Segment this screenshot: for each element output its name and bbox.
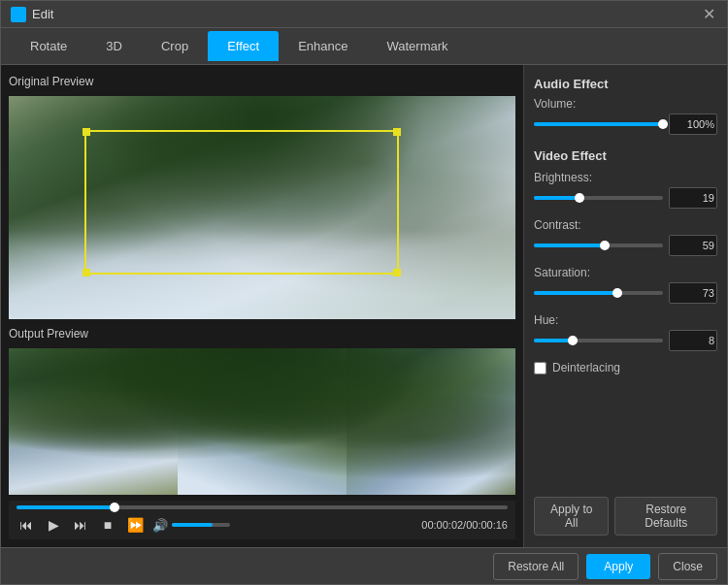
brightness-track[interactable] <box>534 196 663 200</box>
brightness-thumb[interactable] <box>575 193 584 203</box>
output-preview-label: Output Preview <box>9 325 515 342</box>
contrast-input[interactable] <box>669 235 717 256</box>
contrast-track[interactable] <box>534 244 663 247</box>
settings-panel: Audio Effect Volume: Video Effect Bright… <box>523 65 727 547</box>
restore-all-button[interactable]: Restore All <box>493 553 579 580</box>
deinterlacing-row: Deinterlacing <box>534 361 717 374</box>
contrast-fill <box>534 244 605 247</box>
content-area: Original Preview Output Preview <box>1 65 727 547</box>
seek-progress <box>17 505 115 509</box>
output-preview-video <box>9 348 515 495</box>
brightness-input[interactable] <box>669 187 717 209</box>
volume-row: Volume: <box>534 97 717 135</box>
settings-bottom-buttons: Apply to All Restore Defaults <box>534 489 717 536</box>
volume-icon: 🔊 <box>152 518 168 533</box>
saturation-label: Saturation: <box>534 266 717 279</box>
playback-bar: ⏮ ▶ ⏭ ■ ⏩ 🔊 00:00:02/00:00:16 <box>9 501 515 539</box>
handle-bottom-left[interactable] <box>83 269 90 276</box>
apply-to-all-button[interactable]: Apply to All <box>534 497 609 536</box>
hue-fill <box>534 339 573 342</box>
contrast-slider-row <box>534 235 717 256</box>
tab-watermark[interactable]: Watermark <box>367 31 467 61</box>
contrast-thumb[interactable] <box>600 241 610 250</box>
title-bar-left: Edit <box>11 7 53 22</box>
skip-back-button[interactable]: ⏮ <box>17 515 36 535</box>
close-button[interactable]: Close <box>658 553 717 580</box>
volume-fill <box>172 523 213 527</box>
audio-section-title: Audio Effect <box>534 77 717 91</box>
hue-row: Hue: <box>534 313 717 351</box>
hue-input[interactable] <box>669 330 717 351</box>
volume-track[interactable] <box>534 122 663 126</box>
crop-selection-box[interactable] <box>84 130 399 276</box>
tree-overlay-3 <box>9 348 515 495</box>
saturation-input[interactable] <box>669 282 717 304</box>
video-section-title: Video Effect <box>534 148 717 163</box>
handle-top-left[interactable] <box>83 128 90 136</box>
volume-thumb[interactable] <box>658 119 668 129</box>
hue-label: Hue: <box>534 313 717 327</box>
saturation-slider-row <box>534 282 717 304</box>
saturation-fill <box>534 291 617 295</box>
seek-thumb[interactable] <box>110 503 119 512</box>
controls-row: ⏮ ▶ ⏭ ■ ⏩ 🔊 00:00:02/00:00:16 <box>17 515 508 535</box>
brightness-row: Brightness: <box>534 171 717 209</box>
time-display: 00:00:02/00:00:16 <box>421 519 508 531</box>
window-close-button[interactable]: ✕ <box>700 6 717 23</box>
volume-label: Volume: <box>534 97 717 111</box>
original-video-frame <box>9 96 515 319</box>
tab-3d[interactable]: 3D <box>86 31 142 61</box>
title-bar: Edit ✕ <box>1 1 727 28</box>
tab-effect[interactable]: Effect <box>208 31 279 61</box>
tab-rotate[interactable]: Rotate <box>11 31 86 61</box>
brightness-fill <box>534 196 579 200</box>
play-button[interactable]: ▶ <box>44 515 63 535</box>
handle-top-right[interactable] <box>393 128 401 136</box>
apply-button[interactable]: Apply <box>586 554 650 579</box>
original-preview-video <box>9 96 515 319</box>
deinterlacing-label: Deinterlacing <box>552 361 620 374</box>
brightness-label: Brightness: <box>534 171 717 184</box>
hue-thumb[interactable] <box>568 336 578 345</box>
bottom-bar: Restore All Apply Close <box>1 547 727 584</box>
restore-defaults-button[interactable]: Restore Defaults <box>614 497 717 536</box>
preview-panel: Original Preview Output Preview <box>1 65 523 547</box>
deinterlacing-checkbox[interactable] <box>534 362 546 374</box>
tab-crop[interactable]: Crop <box>142 31 208 61</box>
volume-slider-row <box>534 114 717 135</box>
edit-window: Edit ✕ Rotate 3D Crop Effect Enhance Wat… <box>0 0 728 585</box>
volume-bar: 🔊 <box>152 518 230 533</box>
volume-fill-track <box>534 122 663 126</box>
output-video-frame <box>9 348 515 495</box>
output-col-3 <box>347 348 515 495</box>
contrast-row: Contrast: <box>534 218 717 256</box>
volume-input[interactable] <box>669 114 717 135</box>
tab-enhance[interactable]: Enhance <box>279 31 367 61</box>
hue-track[interactable] <box>534 339 663 342</box>
hue-slider-row <box>534 330 717 351</box>
original-preview-label: Original Preview <box>9 73 515 90</box>
volume-slider[interactable] <box>172 523 230 527</box>
handle-bottom-right[interactable] <box>393 269 401 276</box>
skip-forward-button[interactable]: ⏭ <box>71 515 90 535</box>
brightness-slider-row <box>534 187 717 209</box>
window-title: Edit <box>32 7 53 21</box>
saturation-track[interactable] <box>534 291 663 295</box>
saturation-thumb[interactable] <box>612 288 622 298</box>
app-icon <box>11 7 26 22</box>
tab-bar: Rotate 3D Crop Effect Enhance Watermark <box>1 28 727 65</box>
contrast-label: Contrast: <box>534 218 717 232</box>
next-frame-button[interactable]: ⏩ <box>125 515 145 535</box>
seek-bar[interactable] <box>17 505 508 509</box>
saturation-row: Saturation: <box>534 266 717 304</box>
stop-button[interactable]: ■ <box>98 515 117 535</box>
